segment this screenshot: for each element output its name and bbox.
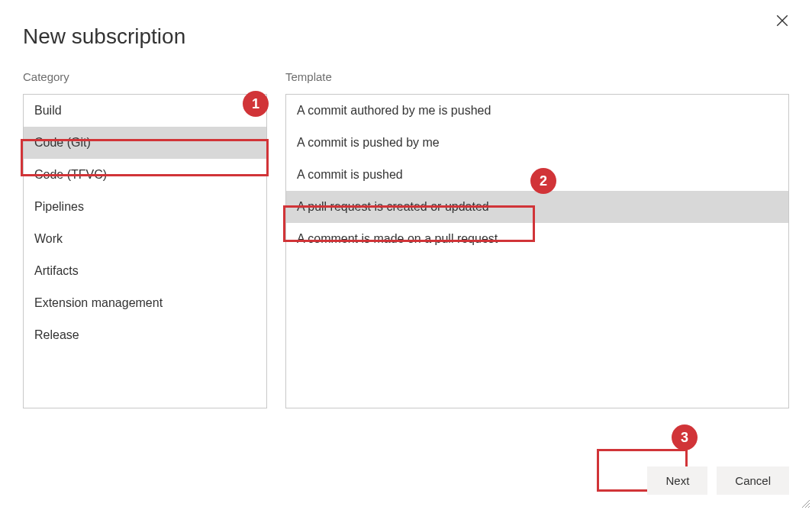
next-button[interactable]: Next (647, 466, 707, 495)
svg-line-4 (808, 506, 810, 508)
template-listbox: A commit authored by me is pushed A comm… (285, 94, 789, 408)
category-item-release[interactable]: Release (24, 319, 266, 351)
category-item-code-git[interactable]: Code (Git) (24, 127, 266, 159)
close-button[interactable] (775, 14, 789, 31)
category-item-code-tfvc[interactable]: Code (TFVC) (24, 159, 266, 191)
template-column-label: Template (285, 70, 789, 83)
cancel-button[interactable]: Cancel (717, 466, 789, 495)
close-icon (775, 14, 789, 27)
category-item-extension-management[interactable]: Extension management (24, 287, 266, 319)
resize-grip[interactable] (800, 498, 810, 508)
category-item-work[interactable]: Work (24, 223, 266, 255)
category-item-artifacts[interactable]: Artifacts (24, 255, 266, 287)
annotation-marker-3: 3 (672, 424, 698, 450)
template-item-pr-created-updated[interactable]: A pull request is created or updated (286, 191, 788, 223)
category-item-pipelines[interactable]: Pipelines (24, 191, 266, 223)
dialog-title: New subscription (0, 0, 812, 49)
category-item-build[interactable]: Build (24, 95, 266, 127)
category-column-label: Category (23, 70, 267, 83)
template-item-commit-pushed-by-me[interactable]: A commit is pushed by me (286, 127, 788, 159)
category-listbox: Build Code (Git) Code (TFVC) Pipelines W… (23, 94, 267, 408)
template-item-commit-authored-by-me[interactable]: A commit authored by me is pushed (286, 95, 788, 127)
resize-grip-icon (800, 498, 810, 508)
template-item-commit-pushed[interactable]: A commit is pushed (286, 159, 788, 191)
template-item-pr-comment[interactable]: A comment is made on a pull request (286, 223, 788, 255)
